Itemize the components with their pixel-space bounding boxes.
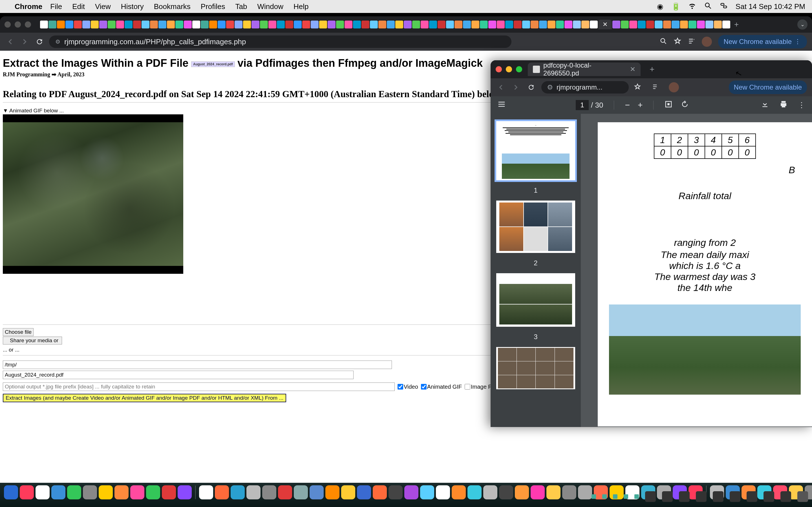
background-tab[interactable]	[412, 20, 420, 29]
dock-app[interactable]	[246, 485, 260, 499]
background-tab[interactable]	[133, 20, 141, 29]
background-tab[interactable]	[646, 20, 654, 29]
dock-app[interactable]	[278, 485, 292, 499]
trash-icon[interactable]	[797, 491, 808, 502]
background-tab[interactable]	[672, 20, 679, 29]
dock-tray[interactable]	[763, 491, 774, 502]
thumbnail-page-1[interactable]: ○	[496, 121, 575, 180]
background-tab[interactable]	[612, 20, 620, 29]
zoom-in-button[interactable]: +	[638, 100, 643, 110]
dock-app[interactable]	[373, 485, 387, 499]
background-tab[interactable]	[268, 20, 276, 29]
background-tab[interactable]	[463, 20, 471, 29]
dock-app[interactable]	[130, 485, 144, 499]
minimized-window[interactable]	[602, 494, 607, 499]
app-name[interactable]: Chrome	[15, 2, 42, 11]
site-settings-icon[interactable]: ⚙	[547, 83, 553, 91]
background-tab[interactable]	[209, 20, 217, 29]
zoom-out-button[interactable]: −	[625, 100, 630, 110]
background-tab[interactable]	[629, 20, 637, 29]
thumbnail-sidebar[interactable]: ○ 1 2 3	[491, 114, 581, 427]
background-tab[interactable]	[302, 20, 310, 29]
dock-tray[interactable]	[662, 491, 673, 502]
dock-tray[interactable]	[780, 491, 791, 502]
update-chrome-button[interactable]: New Chrome available⋮	[718, 35, 807, 48]
fit-page-icon[interactable]	[664, 100, 673, 110]
background-tab[interactable]	[438, 20, 446, 29]
minimized-window[interactable]	[613, 494, 617, 499]
dock-app[interactable]	[294, 485, 308, 499]
background-tab[interactable]	[471, 20, 479, 29]
address-bar[interactable]: ⚙ rjmprogramm...	[541, 81, 629, 94]
active-tab[interactable]: ✕	[598, 20, 612, 29]
dock-app[interactable]	[341, 485, 355, 499]
background-tab[interactable]	[564, 20, 572, 29]
background-tab[interactable]	[655, 20, 663, 29]
background-tab[interactable]	[124, 20, 133, 29]
background-tab[interactable]	[150, 20, 158, 29]
background-tab[interactable]	[590, 20, 598, 29]
background-tab[interactable]	[82, 20, 90, 29]
tmp-path-input[interactable]	[3, 360, 392, 369]
dock-app[interactable]	[578, 485, 592, 499]
dock-tray[interactable]	[696, 491, 707, 502]
animated-gif-checkbox[interactable]: Animated GIF	[421, 384, 462, 390]
background-tab[interactable]	[680, 20, 688, 29]
background-tab[interactable]	[116, 20, 124, 29]
background-tab[interactable]	[192, 20, 200, 29]
new-tab-button[interactable]: +	[734, 20, 739, 29]
background-tab[interactable]	[49, 20, 56, 29]
dock-app[interactable]	[436, 485, 450, 499]
dock-app[interactable]	[67, 485, 81, 499]
zoom-icon[interactable]	[659, 37, 667, 46]
share-media-button[interactable]: Share your media or	[3, 337, 62, 344]
extract-images-button[interactable]: Extract Images (and maybe Create Video a…	[3, 394, 286, 402]
background-tab[interactable]	[455, 20, 462, 29]
background-tab[interactable]	[548, 20, 555, 29]
dock-app[interactable]	[389, 485, 403, 499]
background-tab[interactable]	[663, 20, 671, 29]
menu-file[interactable]: File	[50, 2, 62, 11]
background-tab[interactable]	[175, 20, 183, 29]
site-settings-icon[interactable]: ⚙	[55, 38, 60, 45]
menubar-clock[interactable]: Sat 14 Sep 10:42 PM	[735, 2, 805, 11]
battery-icon[interactable]: 🔋	[671, 2, 680, 11]
dock-tray[interactable]	[730, 491, 741, 502]
dock-app[interactable]	[114, 485, 129, 499]
dock-tray[interactable]	[747, 491, 757, 502]
more-menu-icon[interactable]: ⋮	[798, 101, 805, 110]
forward-button[interactable]	[20, 37, 30, 47]
page-number-input[interactable]	[576, 100, 589, 110]
tabs-dropdown-icon[interactable]: ⌄	[797, 19, 808, 30]
dock-app[interactable]	[51, 485, 65, 499]
choose-file-button[interactable]: Choose file	[3, 328, 34, 336]
menu-help[interactable]: Help	[294, 2, 308, 11]
back-button[interactable]	[496, 82, 506, 93]
background-tab[interactable]	[530, 20, 539, 29]
background-tab[interactable]	[167, 20, 175, 29]
background-tab[interactable]	[311, 20, 319, 29]
dock-tray[interactable]	[713, 491, 723, 502]
dock-app[interactable]	[499, 485, 513, 499]
background-tab[interactable]	[488, 20, 496, 29]
background-tab[interactable]	[201, 20, 209, 29]
background-tab[interactable]	[345, 20, 352, 29]
reading-list-icon[interactable]	[652, 83, 659, 92]
background-tab[interactable]	[421, 20, 428, 29]
rotate-icon[interactable]	[680, 100, 689, 110]
dock-app[interactable]	[546, 485, 560, 499]
screen-record-icon[interactable]: ◉	[657, 2, 663, 11]
dock-app[interactable]	[99, 485, 113, 499]
dock-app[interactable]	[325, 485, 340, 499]
background-tab[interactable]	[581, 20, 589, 29]
background-tab[interactable]	[40, 20, 48, 29]
forward-button[interactable]	[511, 82, 521, 93]
dock-right-section[interactable]	[592, 491, 808, 502]
dock-app[interactable]	[231, 485, 245, 499]
dock-app[interactable]	[562, 485, 576, 499]
menu-window[interactable]: Window	[257, 2, 283, 11]
background-tab[interactable]	[621, 20, 629, 29]
background-tab[interactable]	[252, 20, 259, 29]
background-tab[interactable]	[722, 20, 730, 29]
print-icon[interactable]	[779, 100, 788, 110]
